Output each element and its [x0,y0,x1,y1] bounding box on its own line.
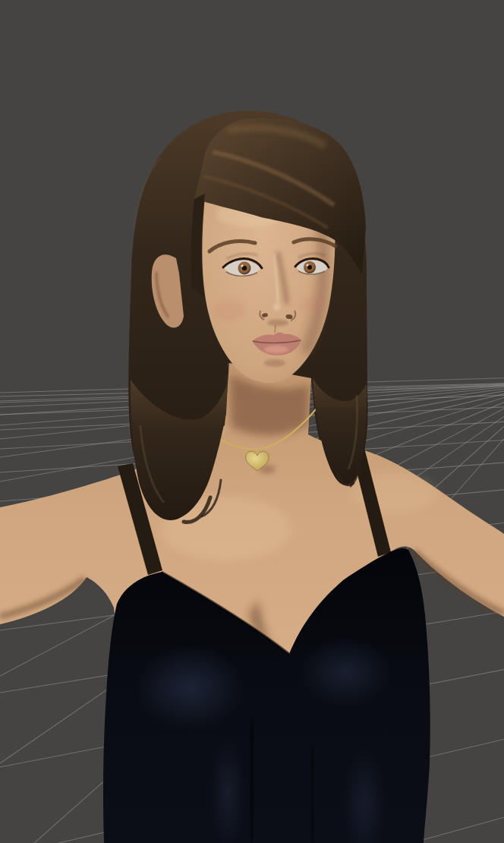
3d-viewport[interactable] [0,0,504,843]
dress-sheen-2 [298,637,392,707]
scene-svg [0,0,504,843]
blush-right [299,296,326,314]
blush-left [213,299,246,320]
dress-sheen-1 [135,645,244,730]
dress-fold-2 [311,748,313,843]
dress-fold-1 [250,721,252,843]
chin-shadow [264,359,285,367]
